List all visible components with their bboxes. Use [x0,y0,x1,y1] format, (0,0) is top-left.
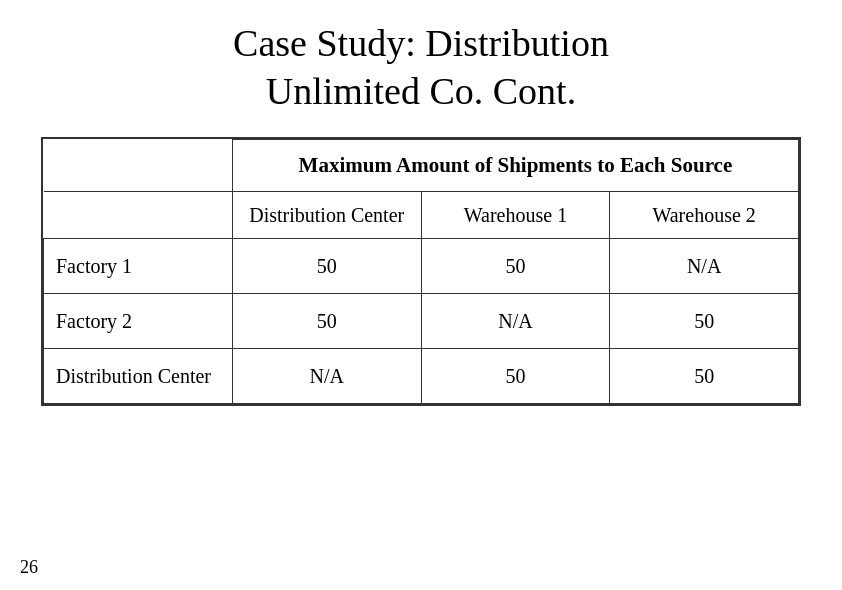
empty-corner-cell [44,140,233,192]
main-header-row: Maximum Amount of Shipments to Each Sour… [44,140,799,192]
row-label-dc: Distribution Center [44,349,233,404]
page-title: Case Study: Distribution Unlimited Co. C… [233,20,609,115]
row-label-factory2: Factory 2 [44,294,233,349]
col-header-w2: Warehouse 2 [610,192,799,239]
page-container: Case Study: Distribution Unlimited Co. C… [0,0,842,590]
table-row: Factory 1 50 50 N/A [44,239,799,294]
cell-f2-w1: N/A [421,294,610,349]
cell-f2-w2: 50 [610,294,799,349]
data-table-wrapper: Maximum Amount of Shipments to Each Sour… [41,137,801,406]
shipments-table: Maximum Amount of Shipments to Each Sour… [43,139,799,404]
cell-dc-dc: N/A [232,349,421,404]
col-header-dc: Distribution Center [232,192,421,239]
page-number: 26 [20,557,38,578]
cell-f2-dc: 50 [232,294,421,349]
main-header-cell: Maximum Amount of Shipments to Each Sour… [232,140,798,192]
cell-f1-w1: 50 [421,239,610,294]
row-label-factory1: Factory 1 [44,239,233,294]
col-header-w1: Warehouse 1 [421,192,610,239]
cell-dc-w1: 50 [421,349,610,404]
empty-sub-corner [44,192,233,239]
cell-f1-w2: N/A [610,239,799,294]
sub-header-row: Distribution Center Warehouse 1 Warehous… [44,192,799,239]
cell-f1-dc: 50 [232,239,421,294]
table-row: Distribution Center N/A 50 50 [44,349,799,404]
table-row: Factory 2 50 N/A 50 [44,294,799,349]
cell-dc-w2: 50 [610,349,799,404]
